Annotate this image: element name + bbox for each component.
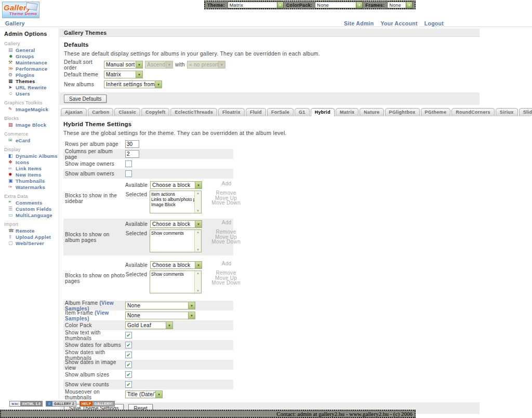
tab-hybrid[interactable]: Hybrid [311, 108, 335, 116]
tab-g1[interactable]: G1 [295, 108, 310, 116]
theme-select-label: Theme: [207, 3, 225, 8]
sidebar-item-link-items[interactable]: ∞Link Items [8, 166, 59, 171]
photo-blocks-move-down-link[interactable]: Move Down [208, 280, 244, 286]
album-blocks-available-select[interactable]: Choose a block ▼ [150, 220, 202, 228]
icons-icon: ❖ [8, 160, 16, 165]
tab-fluid[interactable]: Fluid [246, 108, 266, 116]
sidebar-blocks-add-link[interactable]: Add [208, 181, 245, 186]
tab-floatrix[interactable]: Floatrix [218, 108, 245, 116]
album-frame-select[interactable]: None ▼ [125, 302, 195, 309]
color-pack-select[interactable]: Gold Leaf ▼ [125, 321, 173, 329]
w3c-xhtml-badge[interactable]: W3C XHTML 1.0 [9, 401, 43, 407]
listbox-scrollbar[interactable]: ▲▼ [194, 271, 201, 293]
tab-classic[interactable]: Classic [114, 108, 140, 116]
colorpack-select[interactable]: None ▼ [315, 2, 363, 8]
show-image-owners-checkbox[interactable] [125, 160, 132, 167]
sidebar-item-general[interactable]: ▤General [8, 47, 59, 53]
sidebar-item-custom-fields[interactable]: ☰Custom Fields [8, 206, 59, 212]
frames-select[interactable]: None ▼ [387, 2, 413, 8]
tab-pgtheme[interactable]: PGtheme [421, 108, 451, 116]
sidebar-item-ecard[interactable]: ✉eCard [8, 138, 59, 143]
tab-eclecticthreads[interactable]: EclecticThreads [170, 108, 217, 116]
sidebar-item-new-items[interactable]: ✹New Items [8, 172, 59, 178]
site-logo[interactable]: Gallery Theme Demo [2, 2, 39, 18]
album-blocks-move-down-link[interactable]: Move Down [208, 239, 244, 245]
sidebar-item-comments[interactable]: ❝Comments [8, 200, 59, 206]
listbox-item[interactable]: Links to album/photo peers [151, 197, 194, 202]
album-blocks-add-link[interactable]: Add [208, 220, 245, 225]
save-defaults-button[interactable]: Save Defaults [64, 95, 107, 103]
show-image-owners-row: Show image owners [63, 159, 233, 169]
photo-blocks-listbox[interactable]: Show comments ▲▼ [150, 271, 202, 293]
sidebar-blocks-available-select[interactable]: Choose a block ▼ [150, 181, 202, 189]
chevron-down-icon: ▼ [188, 302, 195, 309]
new-albums-select[interactable]: Inherit settings from parent album ▼ [104, 80, 162, 88]
album-blocks-listbox[interactable]: Show comments ▲▼ [150, 230, 202, 252]
sidebar-item-label: URL Rewrite [16, 85, 47, 90]
show-text-thumbnails-checkbox[interactable] [125, 332, 132, 339]
defaults-description: These are default display settings for a… [64, 50, 480, 57]
sidebar-item-themes[interactable]: ▦Themes [8, 78, 59, 84]
rows-per-page-input[interactable] [125, 140, 139, 148]
sidebar-item-groups[interactable]: ☻Groups [8, 53, 59, 59]
users-icon: ☺ [8, 91, 16, 96]
sidebar-blocks-listbox[interactable]: Item actionsLinks to album/photo peersIm… [150, 191, 202, 213]
sidebar-item-icons[interactable]: ❖Icons [8, 159, 59, 165]
sidebar-item-imagemagick[interactable]: ✎ImageMagick [8, 106, 59, 112]
theme-tabs: AjaxianCarbonClassicCopyleftEclecticThre… [60, 107, 530, 116]
mouseover-thumbnails-select[interactable]: Title (Date/Time) ▼ [125, 390, 163, 398]
sidebar-item-upload-applet[interactable]: ⇧Upload Applet [8, 234, 59, 240]
item-frame-select[interactable]: None ▼ [125, 312, 195, 319]
sidebar-item-remote[interactable]: ☎Remote [8, 228, 59, 234]
tab-ajaxian[interactable]: Ajaxian [61, 108, 87, 116]
show-album-sizes-checkbox[interactable] [125, 371, 132, 378]
sidebar-item-watermarks[interactable]: ✑Watermarks [8, 184, 59, 190]
logout-link[interactable]: Logout [424, 20, 444, 26]
sidebar-blocks-move-down-link[interactable]: Move Down [208, 200, 244, 206]
show-dates-thumbnails-checkbox[interactable] [125, 352, 132, 358]
help-gallery-badge[interactable]: HELP GALLERY! [79, 401, 115, 407]
sidebar-item-url-rewrite[interactable]: ➤URL Rewrite [8, 85, 59, 90]
tab-roundcorners[interactable]: RoundCorners [451, 108, 495, 116]
gallery2-badge[interactable]: ☺ GALLERY 2 [46, 401, 76, 407]
photo-blocks-add-link[interactable]: Add [208, 261, 245, 266]
show-album-owners-checkbox[interactable] [125, 170, 132, 177]
sidebar-item-multilanguage[interactable]: ▭MultiLanguage [8, 212, 59, 218]
chevron-down-icon: ▼ [406, 2, 412, 8]
default-theme-select[interactable]: Matrix ▼ [104, 71, 143, 78]
tab-carbon[interactable]: Carbon [88, 108, 113, 116]
show-dates-image-view-checkbox[interactable] [125, 361, 132, 368]
sidebar-item-dynamic-albums[interactable]: ◧Dynamic Albums [8, 153, 59, 159]
breadcrumb-gallery-link[interactable]: Gallery [5, 20, 25, 26]
show-view-counts-checkbox[interactable] [125, 381, 132, 388]
listbox-item[interactable]: Image Block [151, 202, 194, 207]
sidebar-item-plugins[interactable]: ⚙Plugins [8, 72, 59, 78]
listbox-item[interactable]: Item actions [151, 192, 194, 197]
listbox-scrollbar[interactable]: ▲▼ [194, 191, 201, 213]
sidebar-item-image-block[interactable]: ▧Image Block [8, 122, 59, 128]
tab-forsale[interactable]: ForSale [267, 108, 294, 116]
tab-slider[interactable]: Slider [519, 108, 532, 116]
dynamic-albums-icon: ◧ [8, 154, 16, 158]
sidebar-item-thumbnails[interactable]: ▣Thumbnails [8, 178, 59, 184]
photo-blocks-available-select[interactable]: Choose a block ▼ [150, 261, 202, 269]
sidebar-item-web-server[interactable]: ▢Web/Server [8, 240, 59, 246]
columns-per-page-input[interactable] [125, 150, 139, 158]
listbox-scrollbar[interactable]: ▲▼ [194, 230, 201, 252]
site-admin-link[interactable]: Site Admin [344, 20, 374, 26]
tab-copyleft[interactable]: Copyleft [141, 108, 169, 116]
show-dates-albums-checkbox[interactable] [125, 342, 132, 348]
listbox-item[interactable]: Show comments [151, 272, 194, 277]
tab-matrix[interactable]: Matrix [336, 108, 358, 116]
tab-pglightbox[interactable]: PGlightbox [385, 108, 420, 116]
sidebar-item-users[interactable]: ☺Users [8, 91, 59, 97]
theme-select[interactable]: Matrix ▼ [228, 2, 284, 8]
your-account-link[interactable]: Your Account [380, 20, 417, 26]
tab-nature[interactable]: Nature [360, 108, 383, 116]
default-sort-order-select[interactable]: Manual sort order ▼ [104, 61, 143, 69]
sidebar-item-maintenance[interactable]: ⚒Maintenance [8, 60, 59, 65]
sidebar-item-performance[interactable]: ≫Performance [8, 66, 59, 72]
listbox-item[interactable]: Show comments [151, 231, 194, 236]
tab-siriux[interactable]: Siriux [496, 108, 518, 116]
imagemagick-icon: ✎ [8, 107, 16, 112]
